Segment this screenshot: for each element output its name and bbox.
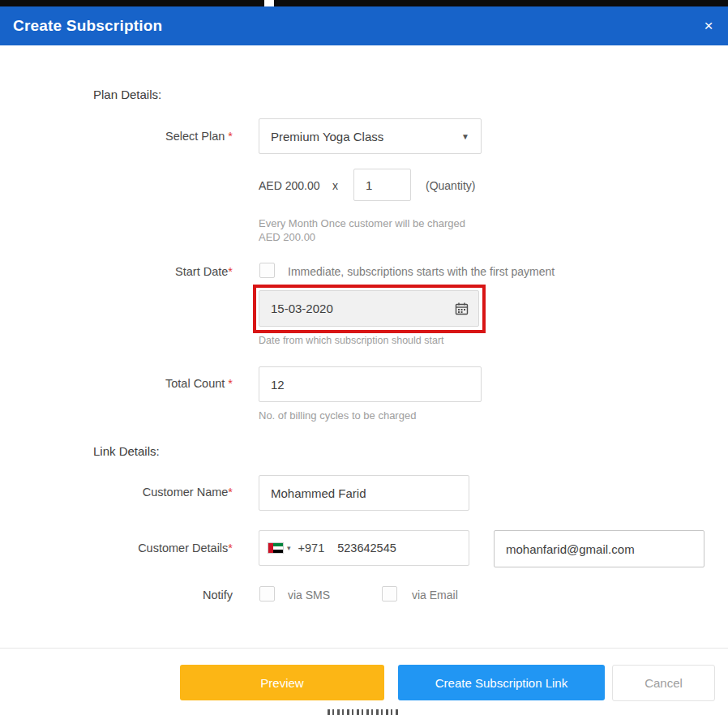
required-asterisk: * xyxy=(228,130,233,143)
cancel-button[interactable]: Cancel xyxy=(612,665,715,701)
footer-divider xyxy=(0,648,728,649)
customer-details-label: Customer Details* xyxy=(49,542,233,554)
customer-email-input[interactable] xyxy=(494,530,704,567)
link-details-section-title: Link Details: xyxy=(93,444,160,458)
chevron-down-icon: ▼ xyxy=(461,132,469,141)
notify-sms-label: via SMS xyxy=(288,589,330,602)
total-count-label: Total Count* xyxy=(49,377,233,390)
close-icon[interactable]: × xyxy=(700,17,717,35)
calendar-icon[interactable] xyxy=(455,302,469,315)
notify-email-checkbox[interactable] xyxy=(382,586,397,602)
start-date-input[interactable] xyxy=(271,302,455,315)
multiplier-x: x xyxy=(332,179,338,192)
modal-header: Create Subscription × xyxy=(0,6,728,45)
start-date-field[interactable] xyxy=(259,290,479,327)
quantity-hint: (Quantity) xyxy=(426,179,475,192)
select-plan-dropdown[interactable]: Premium Yoga Class ▼ xyxy=(259,118,482,154)
total-count-helper: No. of billing cycles to be charged xyxy=(259,409,416,422)
immediate-checkbox[interactable] xyxy=(259,263,275,278)
start-date-helper: Date from which subscription should star… xyxy=(259,334,444,348)
plan-amount: AED 200.00 xyxy=(259,179,320,192)
background-page-strip xyxy=(0,0,728,6)
required-asterisk: * xyxy=(228,542,233,554)
notify-sms-checkbox[interactable] xyxy=(259,586,275,602)
total-count-input[interactable] xyxy=(259,366,482,402)
phone-number-input[interactable] xyxy=(337,542,443,554)
preview-button[interactable]: Preview xyxy=(180,665,384,700)
quantity-input[interactable] xyxy=(353,169,411,201)
dial-code: +971 xyxy=(298,542,325,554)
required-asterisk: * xyxy=(228,486,233,499)
create-subscription-modal: Create Subscription × Plan Details: Sele… xyxy=(0,0,728,715)
modal-title: Create Subscription xyxy=(13,17,162,35)
select-plan-label: Select Plan* xyxy=(49,130,233,143)
create-subscription-link-button[interactable]: Create Subscription Link xyxy=(398,665,605,700)
phone-field: ▾ +971 xyxy=(259,530,469,566)
uae-flag-icon xyxy=(268,542,284,554)
country-flag-dropdown[interactable]: ▾ xyxy=(268,542,291,554)
select-plan-value: Premium Yoga Class xyxy=(271,130,461,143)
chevron-down-icon: ▾ xyxy=(287,544,291,552)
clipped-text-behind-modal xyxy=(328,709,400,715)
start-date-label: Start Date* xyxy=(49,265,233,278)
required-asterisk: * xyxy=(228,377,233,390)
required-asterisk: * xyxy=(228,265,233,278)
immediate-checkbox-label: Immediate, subscriptions starts with the… xyxy=(288,265,555,278)
customer-name-input[interactable] xyxy=(259,475,469,511)
customer-name-label: Customer Name* xyxy=(49,486,233,499)
plan-details-section-title: Plan Details: xyxy=(93,88,161,101)
charge-helper-text: Every Month Once customer will be charge… xyxy=(259,216,484,244)
notify-label: Notify xyxy=(49,589,233,602)
background-page-strip-gap xyxy=(264,0,274,6)
notify-email-label: via Email xyxy=(412,589,458,602)
